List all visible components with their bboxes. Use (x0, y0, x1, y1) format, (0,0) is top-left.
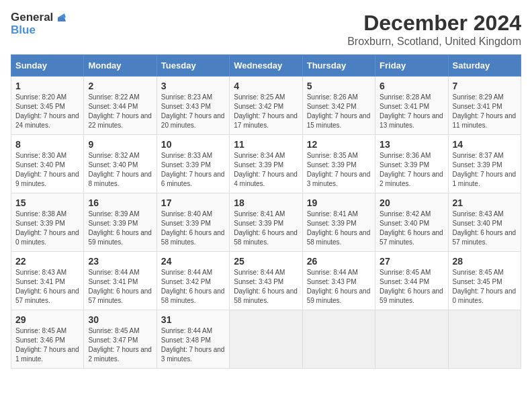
day-info: Sunrise: 8:44 AM Sunset: 3:41 PM Dayligh… (88, 268, 152, 306)
calendar-cell: 18Sunrise: 8:41 AM Sunset: 3:39 PM Dayli… (230, 193, 302, 252)
calendar-cell: 7Sunrise: 8:29 AM Sunset: 3:41 PM Daylig… (448, 77, 521, 135)
calendar-header-sunday: Sunday (11, 55, 84, 77)
day-number: 9 (88, 139, 152, 150)
day-number: 22 (15, 256, 79, 267)
day-number: 13 (380, 139, 443, 150)
day-number: 20 (380, 197, 443, 208)
calendar-cell (302, 310, 375, 369)
day-info: Sunrise: 8:44 AM Sunset: 3:42 PM Dayligh… (161, 268, 225, 306)
day-info: Sunrise: 8:33 AM Sunset: 3:39 PM Dayligh… (161, 151, 225, 189)
day-info: Sunrise: 8:41 AM Sunset: 3:39 PM Dayligh… (234, 210, 298, 247)
day-number: 18 (234, 197, 298, 208)
header: General Blue December 2024 Broxburn, Sco… (11, 11, 521, 48)
calendar-week-1: 1Sunrise: 8:20 AM Sunset: 3:45 PM Daylig… (11, 77, 521, 135)
subtitle: Broxburn, Scotland, United Kingdom (347, 36, 521, 48)
day-number: 28 (453, 256, 517, 267)
day-number: 15 (15, 197, 79, 208)
logo-blue-text: Blue (11, 24, 67, 37)
day-info: Sunrise: 8:40 AM Sunset: 3:39 PM Dayligh… (161, 210, 225, 247)
calendar-cell: 26Sunrise: 8:44 AM Sunset: 3:43 PM Dayli… (302, 252, 375, 310)
svg-marker-0 (58, 13, 66, 17)
day-number: 29 (15, 314, 79, 325)
day-info: Sunrise: 8:37 AM Sunset: 3:39 PM Dayligh… (453, 151, 517, 189)
calendar-header-thursday: Thursday (302, 55, 375, 77)
day-info: Sunrise: 8:28 AM Sunset: 3:41 PM Dayligh… (380, 93, 443, 130)
day-number: 16 (88, 197, 152, 208)
day-number: 17 (161, 197, 225, 208)
calendar-cell (448, 310, 521, 369)
calendar-cell: 22Sunrise: 8:43 AM Sunset: 3:41 PM Dayli… (11, 252, 84, 310)
day-number: 11 (234, 139, 298, 150)
calendar-cell: 10Sunrise: 8:33 AM Sunset: 3:39 PM Dayli… (157, 135, 229, 193)
logo-bird-icon (55, 11, 67, 24)
day-number: 25 (234, 256, 298, 267)
day-number: 14 (453, 139, 517, 150)
calendar-cell: 21Sunrise: 8:43 AM Sunset: 3:40 PM Dayli… (448, 193, 521, 252)
calendar-cell: 24Sunrise: 8:44 AM Sunset: 3:42 PM Dayli… (157, 252, 229, 310)
day-number: 21 (453, 197, 517, 208)
day-number: 19 (307, 197, 371, 208)
day-number: 3 (161, 81, 225, 91)
day-info: Sunrise: 8:26 AM Sunset: 3:42 PM Dayligh… (307, 93, 371, 130)
day-number: 10 (161, 139, 225, 150)
title-area: December 2024 Broxburn, Scotland, United… (347, 11, 521, 48)
day-info: Sunrise: 8:32 AM Sunset: 3:40 PM Dayligh… (88, 151, 152, 189)
calendar-header-tuesday: Tuesday (157, 55, 229, 77)
calendar-cell: 6Sunrise: 8:28 AM Sunset: 3:41 PM Daylig… (375, 77, 448, 135)
calendar-week-5: 29Sunrise: 8:45 AM Sunset: 3:46 PM Dayli… (11, 310, 521, 369)
calendar-cell: 16Sunrise: 8:39 AM Sunset: 3:39 PM Dayli… (84, 193, 157, 252)
day-info: Sunrise: 8:35 AM Sunset: 3:39 PM Dayligh… (307, 151, 371, 189)
day-number: 7 (453, 81, 517, 91)
calendar-header-wednesday: Wednesday (230, 55, 302, 77)
calendar-cell (375, 310, 448, 369)
calendar-cell: 31Sunrise: 8:44 AM Sunset: 3:48 PM Dayli… (157, 310, 229, 369)
calendar-header-monday: Monday (84, 55, 157, 77)
logo: General Blue (11, 11, 67, 37)
calendar-cell: 8Sunrise: 8:30 AM Sunset: 3:40 PM Daylig… (11, 135, 84, 193)
day-number: 26 (307, 256, 371, 267)
day-number: 8 (15, 139, 79, 150)
calendar-cell: 4Sunrise: 8:25 AM Sunset: 3:42 PM Daylig… (230, 77, 302, 135)
day-number: 6 (380, 81, 443, 91)
day-number: 24 (161, 256, 225, 267)
day-number: 30 (88, 314, 152, 325)
svg-marker-1 (58, 17, 66, 21)
calendar-cell: 28Sunrise: 8:45 AM Sunset: 3:45 PM Dayli… (448, 252, 521, 310)
main-title: December 2024 (347, 11, 521, 36)
logo-general-text: General (11, 11, 53, 24)
day-info: Sunrise: 8:44 AM Sunset: 3:48 PM Dayligh… (161, 326, 225, 364)
day-info: Sunrise: 8:22 AM Sunset: 3:44 PM Dayligh… (88, 93, 152, 130)
day-number: 31 (161, 314, 225, 325)
calendar-cell: 5Sunrise: 8:26 AM Sunset: 3:42 PM Daylig… (302, 77, 375, 135)
calendar-cell: 3Sunrise: 8:23 AM Sunset: 3:43 PM Daylig… (157, 77, 229, 135)
calendar-cell (230, 310, 302, 369)
calendar-cell: 19Sunrise: 8:41 AM Sunset: 3:39 PM Dayli… (302, 193, 375, 252)
calendar-cell: 27Sunrise: 8:45 AM Sunset: 3:44 PM Dayli… (375, 252, 448, 310)
calendar-cell: 1Sunrise: 8:20 AM Sunset: 3:45 PM Daylig… (11, 77, 84, 135)
calendar-cell: 9Sunrise: 8:32 AM Sunset: 3:40 PM Daylig… (84, 135, 157, 193)
calendar-header-friday: Friday (375, 55, 448, 77)
calendar-cell: 14Sunrise: 8:37 AM Sunset: 3:39 PM Dayli… (448, 135, 521, 193)
day-number: 4 (234, 81, 298, 91)
day-info: Sunrise: 8:44 AM Sunset: 3:43 PM Dayligh… (234, 268, 298, 306)
day-info: Sunrise: 8:45 AM Sunset: 3:44 PM Dayligh… (380, 268, 443, 306)
calendar-cell: 12Sunrise: 8:35 AM Sunset: 3:39 PM Dayli… (302, 135, 375, 193)
calendar-week-3: 15Sunrise: 8:38 AM Sunset: 3:39 PM Dayli… (11, 193, 521, 252)
calendar-header-saturday: Saturday (448, 55, 521, 77)
day-info: Sunrise: 8:20 AM Sunset: 3:45 PM Dayligh… (15, 93, 79, 130)
day-info: Sunrise: 8:45 AM Sunset: 3:47 PM Dayligh… (88, 326, 152, 364)
day-number: 23 (88, 256, 152, 267)
calendar-cell: 17Sunrise: 8:40 AM Sunset: 3:39 PM Dayli… (157, 193, 229, 252)
calendar-cell: 30Sunrise: 8:45 AM Sunset: 3:47 PM Dayli… (84, 310, 157, 369)
calendar-table: SundayMondayTuesdayWednesdayThursdayFrid… (11, 54, 521, 369)
day-info: Sunrise: 8:44 AM Sunset: 3:43 PM Dayligh… (307, 268, 371, 306)
logo-block: General Blue (11, 11, 67, 37)
calendar-cell: 2Sunrise: 8:22 AM Sunset: 3:44 PM Daylig… (84, 77, 157, 135)
calendar-week-4: 22Sunrise: 8:43 AM Sunset: 3:41 PM Dayli… (11, 252, 521, 310)
calendar-cell: 20Sunrise: 8:42 AM Sunset: 3:40 PM Dayli… (375, 193, 448, 252)
day-number: 27 (380, 256, 443, 267)
day-info: Sunrise: 8:43 AM Sunset: 3:40 PM Dayligh… (453, 210, 517, 247)
day-info: Sunrise: 8:43 AM Sunset: 3:41 PM Dayligh… (15, 268, 79, 306)
day-info: Sunrise: 8:38 AM Sunset: 3:39 PM Dayligh… (15, 210, 79, 247)
day-number: 1 (15, 81, 79, 91)
